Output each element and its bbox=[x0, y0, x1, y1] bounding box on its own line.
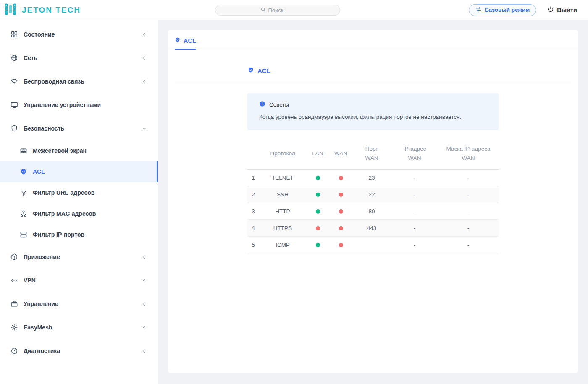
sidebar-item-easymesh[interactable]: EasyMesh bbox=[0, 316, 158, 339]
briefcase-icon bbox=[10, 300, 18, 308]
section-divider bbox=[175, 81, 571, 81]
basic-mode-button[interactable]: Базовый режим bbox=[469, 4, 536, 16]
chevron-left-icon bbox=[142, 348, 147, 354]
vpn-arrows-icon bbox=[10, 277, 18, 284]
sidebar-item-firewall[interactable]: Межсетевой экран bbox=[0, 140, 158, 161]
wan-status-dot bbox=[339, 176, 343, 180]
ip-cell: - bbox=[391, 236, 438, 253]
col-ip-wan: IP-адрес WAN bbox=[391, 141, 438, 169]
col-wan: WAN bbox=[329, 141, 352, 169]
wifi-icon bbox=[10, 78, 18, 85]
lan-status-dot bbox=[316, 176, 320, 180]
lan-cell bbox=[306, 169, 329, 186]
tips-title: Советы bbox=[269, 102, 289, 108]
sidebar-item-label: ACL bbox=[33, 168, 45, 175]
table-row: 3 HTTP 80 - - bbox=[247, 203, 499, 219]
sidebar-item-network[interactable]: Сеть bbox=[0, 46, 158, 70]
info-icon bbox=[259, 101, 265, 108]
sidebar-item-acl[interactable]: ACL bbox=[0, 161, 158, 182]
table-row: 1 TELNET 23 - - bbox=[247, 169, 499, 186]
sidebar-item-label: Управление bbox=[24, 300, 58, 307]
brand-logo: JETON TECH bbox=[0, 2, 158, 18]
sidebar-item-security[interactable]: Безопасность bbox=[0, 117, 158, 140]
col-lan: LAN bbox=[306, 141, 329, 169]
table-row: 2 SSH 22 - - bbox=[247, 186, 499, 203]
protocol-cell: SSH bbox=[259, 186, 306, 203]
tips-box: Советы Когда уровень брандмауэра высокий… bbox=[247, 93, 499, 130]
lan-status-dot bbox=[316, 193, 320, 197]
wan-status-dot bbox=[339, 209, 343, 214]
funnel-icon bbox=[19, 189, 28, 196]
sidebar-item-label: EasyMesh bbox=[24, 324, 52, 331]
gauge-icon bbox=[10, 347, 18, 355]
shield-check-icon bbox=[247, 67, 254, 75]
sidebar-item-ip-port-filter[interactable]: Фильтр IP-портов bbox=[0, 224, 158, 245]
port-cell: 23 bbox=[352, 169, 391, 186]
wan-cell bbox=[329, 186, 352, 203]
chevron-left-icon bbox=[142, 254, 147, 260]
wan-cell bbox=[329, 219, 352, 236]
server-ports-icon bbox=[19, 231, 28, 238]
chevron-left-icon bbox=[142, 301, 147, 307]
wan-status-dot bbox=[339, 243, 343, 247]
swap-arrows-icon bbox=[475, 6, 482, 14]
protocol-cell: TELNET bbox=[259, 169, 306, 186]
content-card: ACL ACL bbox=[168, 30, 578, 373]
row-index: 3 bbox=[247, 203, 259, 219]
row-index: 2 bbox=[247, 186, 259, 203]
sidebar-item-label: Фильтр IP-портов bbox=[33, 231, 84, 238]
ip-cell: - bbox=[391, 169, 438, 186]
chevron-left-icon bbox=[142, 325, 147, 330]
sidebar-item-device-management[interactable]: Управление устройствами bbox=[0, 93, 158, 117]
brand-logo-icon bbox=[3, 2, 18, 18]
sidebar-item-label: Межсетевой экран bbox=[33, 147, 87, 154]
mask-cell: - bbox=[438, 236, 499, 253]
shield-check-icon bbox=[175, 37, 181, 44]
acl-table: Протокол LAN WAN Порт WAN IP-адрес WAN М… bbox=[247, 141, 499, 253]
wan-status-dot bbox=[339, 193, 343, 197]
monitor-icon bbox=[10, 101, 18, 109]
sidebar-item-management[interactable]: Управление bbox=[0, 292, 158, 316]
col-port-wan: Порт WAN bbox=[352, 141, 391, 169]
logout-label: Выйти bbox=[557, 7, 577, 13]
shield-check-icon bbox=[19, 168, 28, 175]
port-cell: 443 bbox=[352, 219, 391, 236]
sidebar-item-label: Фильтр URL-адресов bbox=[33, 189, 94, 196]
chevron-left-icon bbox=[142, 278, 147, 283]
sidebar-item-vpn[interactable]: VPN bbox=[0, 269, 158, 292]
section-title-label: ACL bbox=[257, 67, 270, 74]
col-index bbox=[247, 141, 259, 169]
sidebar-item-wireless[interactable]: Беспроводная связь bbox=[0, 70, 158, 93]
protocol-cell: HTTPS bbox=[259, 219, 306, 236]
search-icon bbox=[260, 6, 266, 14]
table-header-row: Протокол LAN WAN Порт WAN IP-адрес WAN М… bbox=[247, 141, 499, 169]
search-input[interactable] bbox=[268, 7, 295, 13]
sidebar-item-mac-filter[interactable]: Фильтр MAC-адресов bbox=[0, 203, 158, 224]
sidebar-item-label: Беспроводная связь bbox=[24, 78, 84, 85]
header-actions: Базовый режим Выйти bbox=[469, 4, 588, 16]
protocol-cell: ICMP bbox=[259, 236, 306, 253]
protocol-cell: HTTP bbox=[259, 203, 306, 219]
basic-mode-label: Базовый режим bbox=[485, 7, 530, 13]
wan-status-dot bbox=[339, 226, 343, 230]
main-area: ACL ACL bbox=[158, 20, 588, 384]
sidebar-item-label: VPN bbox=[24, 277, 36, 284]
sidebar-item-label: Безопасность bbox=[24, 125, 64, 132]
package-icon bbox=[10, 253, 18, 261]
search-box[interactable] bbox=[215, 5, 340, 16]
col-protocol: Протокол bbox=[259, 141, 306, 169]
brand-logo-text: JETON TECH bbox=[22, 5, 81, 15]
tab-acl[interactable]: ACL bbox=[175, 37, 196, 50]
logout-button[interactable]: Выйти bbox=[547, 6, 577, 14]
sidebar-item-status[interactable]: Состояние bbox=[0, 23, 158, 46]
chevron-left-icon bbox=[142, 32, 147, 37]
mask-cell: - bbox=[438, 169, 499, 186]
tips-text: Когда уровень брандмауэра высокий, фильт… bbox=[259, 114, 487, 120]
sidebar-item-url-filter[interactable]: Фильтр URL-адресов bbox=[0, 182, 158, 203]
sidebar-item-application[interactable]: Приложение bbox=[0, 245, 158, 269]
gear-icon bbox=[10, 324, 18, 331]
table-row: 5 ICMP - - bbox=[247, 236, 499, 253]
lan-cell bbox=[306, 186, 329, 203]
sidebar-item-diagnostics[interactable]: Диагностика bbox=[0, 339, 158, 363]
port-cell bbox=[352, 236, 391, 253]
